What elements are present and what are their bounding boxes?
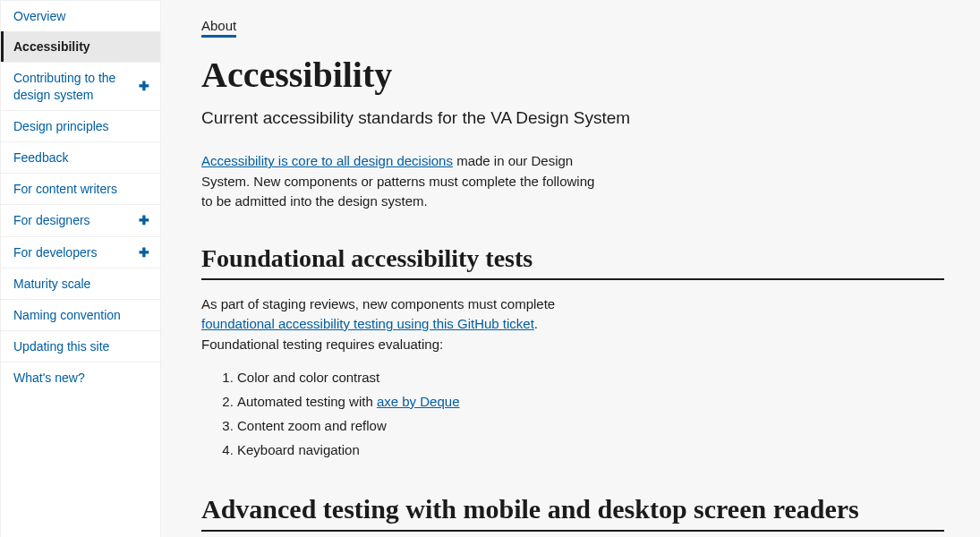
list-item: Keyboard navigation [237,438,944,462]
sidebar-item-content-writers[interactable]: For content writers [1,173,160,204]
axe-link[interactable]: axe by Deque [377,394,460,409]
list-item: Automated testing with axe by Deque [237,389,944,413]
sidebar-nav: Overview Accessibility Contributing to t… [0,0,161,537]
sidebar-item-designers[interactable]: For designers ✚ [1,204,160,235]
sidebar-item-updating[interactable]: Updating this site [1,330,160,362]
github-ticket-link[interactable]: foundational accessibility testing using… [201,316,534,331]
section-heading-advanced: Advanced testing with mobile and desktop… [201,494,944,532]
sidebar-item-contributing[interactable]: Contributing to the design system ✚ [1,62,160,109]
sidebar-item-maturity[interactable]: Maturity scale [1,268,160,299]
section1-paragraph: As part of staging reviews, new componen… [201,294,595,355]
page-title: Accessibility [201,54,944,96]
expand-icon[interactable]: ✚ [137,212,151,228]
sidebar-item-design-principles[interactable]: Design principles [1,110,160,141]
section-heading-foundational: Foundational accessibility tests [201,244,944,280]
intro-link[interactable]: Accessibility is core to all design deci… [201,153,453,168]
expand-icon[interactable]: ✚ [137,78,151,94]
main-content: About Accessibility Current accessibilit… [161,0,980,537]
sidebar-item-feedback[interactable]: Feedback [1,141,160,173]
foundational-list: Color and color contrast Automated testi… [201,365,944,462]
sidebar-item-developers[interactable]: For developers ✚ [1,236,160,268]
sidebar-item-accessibility[interactable]: Accessibility [1,31,160,62]
page-subtitle: Current accessibility standards for the … [201,108,944,128]
breadcrumb[interactable]: About [201,18,236,38]
sidebar-item-overview[interactable]: Overview [1,1,160,31]
expand-icon[interactable]: ✚ [137,244,151,260]
sidebar-item-naming[interactable]: Naming convention [1,299,160,330]
list-item: Color and color contrast [237,365,944,389]
intro-paragraph: Accessibility is core to all design deci… [201,151,595,212]
sidebar-item-whats-new[interactable]: What's new? [1,362,160,393]
list-item: Content zoom and reflow [237,413,944,438]
